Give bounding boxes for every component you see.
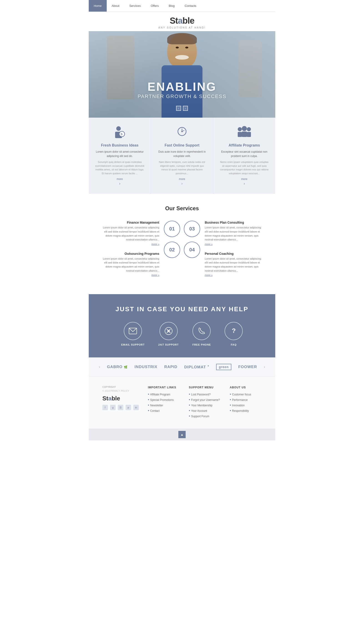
social-linkedin[interactable]: in — [133, 405, 139, 410]
circle-04: 04 — [184, 242, 200, 258]
feature-3-icon — [220, 126, 269, 140]
circle-02: 02 — [164, 242, 180, 258]
scroll-top-section: ▲ — [89, 428, 275, 440]
nav-blog[interactable]: Blog — [164, 0, 180, 12]
service-3-more[interactable]: more » — [205, 243, 262, 246]
svg-point-0 — [116, 126, 121, 131]
feature-2-desc: Nam libero tempore, cum soluta nobis est… — [158, 160, 207, 175]
footer-support-password: Lost Password? — [189, 392, 221, 396]
svg-rect-12 — [242, 132, 247, 137]
help-email: EMAIL SUPPORT — [121, 322, 145, 346]
scroll-top-button[interactable]: ▲ — [178, 431, 186, 438]
partners-section: ‹ GABRO 🌿 INDUSTRIX RAPID DIPLOMAT ✦ gre… — [89, 358, 275, 376]
footer-brand-name: Stable — [102, 395, 139, 402]
footer-about-innovation-link[interactable]: Innovation — [232, 404, 244, 407]
svg-point-8 — [238, 127, 242, 131]
services-grid: Finance Management Lorem ipsum dolor sit… — [102, 221, 262, 283]
social-google[interactable]: g — [110, 405, 116, 410]
nav-offers[interactable]: Offers — [146, 0, 164, 12]
footer-about-focus: Customer focus — [230, 392, 262, 396]
footer-about-col: About Us Customer focus Performance Inno… — [230, 386, 262, 420]
footer-support-forum-link[interactable]: Support Forum — [191, 415, 209, 418]
feature-3-more[interactable]: more — [220, 178, 269, 181]
footer-links-col: Important Links Affiliate Program Specia… — [148, 386, 180, 420]
social-pinterest[interactable]: p — [126, 405, 131, 410]
service-3-title: Business Plan Consulting — [205, 221, 262, 224]
brand-name: Stable — [89, 16, 275, 26]
footer-link-affiliate-link[interactable]: Affiliate Program — [150, 393, 170, 396]
feature-1-desc: Sorumph quiq dinters at quas molestias e… — [95, 160, 144, 175]
service-1-title: Finance Management — [102, 221, 159, 224]
help-phone: FREE PHONE — [192, 322, 211, 346]
features-section: S Fresh Business Ideas Lorem ipsum dolor… — [89, 118, 275, 194]
partner-industrix: INDUSTRIX — [134, 365, 158, 369]
footer-support-membership: Your Membership — [189, 403, 221, 407]
footer-about-responsibility: Responsibility — [230, 408, 262, 413]
svg-point-10 — [247, 127, 251, 131]
footer-support-membership-link[interactable]: Your Membership — [191, 404, 212, 407]
footer-support-password-link[interactable]: Lost Password? — [191, 393, 210, 396]
footer-support-username: Forgot your Username? — [189, 398, 221, 402]
service-4-more[interactable]: more » — [205, 274, 262, 276]
footer-support-username-link[interactable]: Forgot your Username? — [191, 398, 220, 402]
service-1-more[interactable]: more » — [102, 243, 159, 246]
footer-copyright-col: COPYRIGHT © 2014 PRIVACY POLICY Stable f… — [102, 386, 139, 420]
free-phone-icon — [192, 322, 211, 340]
social-icons: f g ☰ p in — [102, 405, 139, 410]
footer-link-promotions-link[interactable]: Special Promotions — [150, 398, 174, 402]
help-title: JUST IN CASE YOU NEED ANY HELP — [98, 306, 266, 313]
feature-1-arrow: › — [95, 182, 144, 186]
svg-point-7 — [181, 131, 183, 132]
footer-support-account-link[interactable]: Your Account — [191, 409, 207, 412]
feature-3: Affiliate Programs Excepteur sint occaec… — [213, 118, 275, 194]
nav-contacts[interactable]: Contacts — [180, 0, 201, 12]
service-2-more[interactable]: more » — [102, 274, 159, 276]
feature-1-more[interactable]: more — [95, 178, 144, 181]
footer-link-newsletter: Newsletter — [148, 403, 180, 407]
footer-link-contact-link[interactable]: Contact — [150, 409, 160, 412]
feature-1-text: Lorem ipsum dolor sit amet consectetur a… — [95, 150, 144, 158]
svg-rect-13 — [247, 132, 251, 137]
faq-icon: ? — [224, 322, 243, 340]
partner-gabro: GABRO 🌿 — [107, 365, 128, 369]
footer-about-responsibility-link[interactable]: Responsibility — [232, 409, 249, 412]
feature-3-text: Excepteur sint occaecat cupidatat non pr… — [220, 150, 269, 158]
partners-next-btn[interactable]: › — [264, 365, 265, 369]
partner-rapid: RAPID — [164, 365, 178, 369]
footer-links-list: Affiliate Program Special Promotions New… — [148, 392, 180, 413]
hero-eye-right — [185, 47, 188, 48]
hero-next-btn[interactable]: › — [183, 106, 188, 111]
footer-links-title: Important Links — [148, 386, 180, 389]
partners-prev-btn[interactable]: ‹ — [99, 365, 100, 369]
footer-brand-highlight: a — [108, 395, 112, 402]
hero-image — [89, 31, 275, 118]
footer-about-focus-link[interactable]: Customer focus — [232, 393, 251, 396]
feature-2-more[interactable]: more — [158, 178, 207, 181]
feature-2-text: Duis aute irure dolor in reprehenderit i… — [158, 150, 207, 158]
service-4: Personal Coaching Lorem ipsum dolor sit … — [205, 252, 262, 276]
hero-prev-btn[interactable]: ‹ — [176, 106, 181, 111]
nav-home[interactable]: Home — [89, 0, 107, 12]
help-247: 24/7 SUPPORT — [158, 322, 179, 346]
svg-text:?: ? — [232, 327, 236, 334]
nav-services[interactable]: Services — [124, 0, 146, 12]
service-2-title: Outsourcing Programs — [102, 252, 159, 256]
service-3: Business Plan Consulting Lorem ipsum dol… — [205, 221, 262, 245]
footer-link-newsletter-link[interactable]: Newsletter — [150, 404, 163, 407]
footer-about-performance-link[interactable]: Performance — [232, 398, 248, 402]
service-4-text: Lorem ipsum dolor sit amet, consectetur … — [205, 257, 262, 273]
logo-section: Stable ANY SOLUTIONS AT HAND! — [89, 12, 275, 31]
svg-point-9 — [242, 126, 247, 131]
footer: COPYRIGHT © 2014 PRIVACY POLICY Stable f… — [89, 376, 275, 428]
nav-about[interactable]: About — [107, 0, 124, 12]
social-facebook[interactable]: f — [102, 405, 108, 410]
footer-about-performance: Performance — [230, 398, 262, 402]
footer-link-contact: Contact — [148, 408, 180, 413]
social-rss[interactable]: ☰ — [118, 405, 123, 410]
circles-top-row: 01 03 — [164, 221, 200, 237]
feature-2-title: Fast Online Support — [158, 143, 207, 148]
support-247-icon — [160, 322, 178, 340]
hero-main-person — [157, 31, 207, 118]
footer-privacy-text: © 2014 PRIVACY POLICY — [102, 390, 139, 392]
footer-grid: COPYRIGHT © 2014 PRIVACY POLICY Stable f… — [102, 386, 262, 420]
